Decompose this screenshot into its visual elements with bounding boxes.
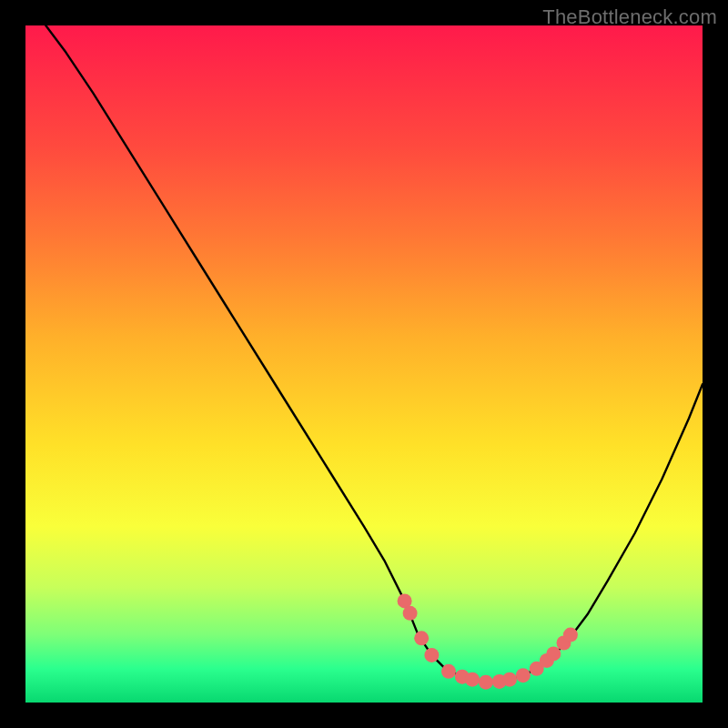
highlight-point	[516, 668, 531, 682]
highlight-point	[563, 628, 578, 642]
chart-frame: TheBottleneck.com	[0, 0, 728, 728]
highlight-point	[424, 648, 439, 662]
highlight-point	[479, 675, 493, 690]
plot-area	[25, 25, 703, 703]
highlight-point	[465, 672, 480, 687]
highlight-point	[441, 664, 456, 679]
bottleneck-curve	[46, 25, 703, 682]
highlight-point	[502, 672, 517, 687]
curve-layer	[25, 25, 703, 703]
highlight-points	[398, 593, 578, 689]
highlight-point	[403, 606, 418, 621]
highlight-point	[414, 631, 429, 645]
highlight-point	[546, 646, 561, 661]
watermark-text: TheBottleneck.com	[542, 5, 717, 29]
